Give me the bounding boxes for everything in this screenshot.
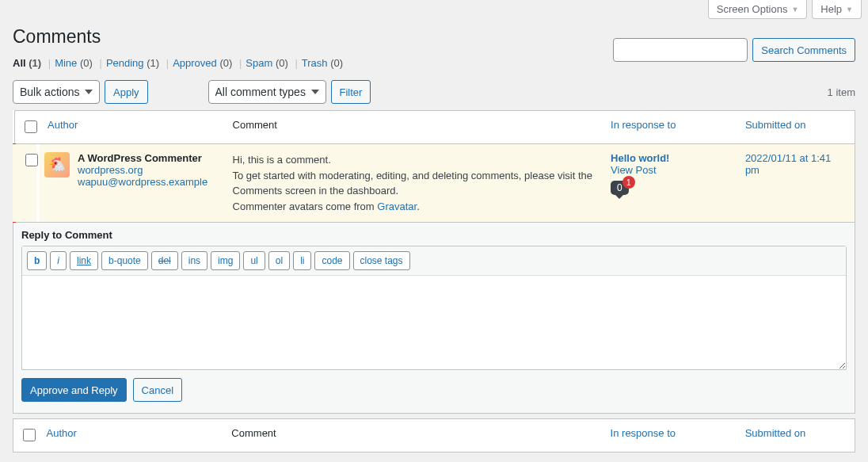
search-input[interactable] <box>613 38 748 62</box>
comment-author-site[interactable]: wordpress.org <box>78 164 143 176</box>
col-date-bottom[interactable]: Submitted on <box>745 427 806 439</box>
col-author-bottom[interactable]: Author <box>47 427 77 439</box>
items-count: 1 item <box>828 86 855 98</box>
screen-options-label: Screen Options <box>717 3 788 15</box>
search-button[interactable]: Search Comments <box>752 38 855 62</box>
qt-close-tags[interactable]: close tags <box>353 251 410 270</box>
bulk-actions-select[interactable]: Bulk actions <box>13 80 100 104</box>
response-post-link[interactable]: Hello world! <box>611 152 669 164</box>
in-response-to: Hello world! View Post 0 1 <box>603 144 737 223</box>
search-box: Search Comments <box>613 38 855 62</box>
help-button[interactable]: Help ▼ <box>812 0 862 19</box>
comment-type-select[interactable]: All comment types <box>208 80 326 104</box>
row-checkbox[interactable] <box>25 154 38 166</box>
filter-trash[interactable]: Trash (0) <box>302 57 343 69</box>
apply-button[interactable]: Apply <box>105 80 148 104</box>
col-comment-bottom: Comment <box>223 419 602 452</box>
qt-link[interactable]: link <box>70 251 98 270</box>
view-post-link[interactable]: View Post <box>611 164 657 176</box>
comments-table-footer: Author Comment In response to Submitted … <box>13 418 855 452</box>
submitted-on: 2022/01/11 at 1:41 pm <box>737 144 855 223</box>
select-all-checkbox-bottom[interactable] <box>23 429 36 441</box>
filter-approved[interactable]: Approved (0) <box>173 57 232 69</box>
qt-img[interactable]: img <box>211 251 240 270</box>
filter-button[interactable]: Filter <box>331 80 371 104</box>
qt-ol[interactable]: ol <box>268 251 290 270</box>
comment-count-bubble[interactable]: 0 1 <box>611 181 629 195</box>
select-all-checkbox[interactable] <box>25 120 37 133</box>
qt-li[interactable]: li <box>293 251 311 270</box>
select-all-header <box>14 111 40 144</box>
filter-all[interactable]: All (1) <box>13 57 41 69</box>
filter-spam[interactable]: Spam (0) <box>246 57 287 69</box>
qt-bquote[interactable]: b-quote <box>101 251 148 270</box>
approve-and-reply-button[interactable]: Approve and Reply <box>21 378 127 402</box>
filter-mine[interactable]: Mine (0) <box>55 57 93 69</box>
avatar: 🐔 <box>44 152 70 178</box>
comment-content: Hi, this is a comment. To get started wi… <box>225 144 603 223</box>
col-comment: Comment <box>225 111 603 144</box>
qt-code[interactable]: code <box>314 251 349 270</box>
filter-pending[interactable]: Pending (1) <box>106 57 159 69</box>
qt-italic[interactable]: i <box>50 251 67 270</box>
gravatar-link[interactable]: Gravatar <box>377 200 417 212</box>
reply-textarea[interactable] <box>22 276 846 369</box>
qt-ul[interactable]: ul <box>243 251 265 270</box>
col-response: In response to <box>603 111 737 144</box>
reply-panel: Reply to Comment b i link b-quote del in… <box>13 223 855 414</box>
chevron-down-icon: ▼ <box>846 6 853 13</box>
qt-del[interactable]: del <box>151 251 178 270</box>
cancel-reply-button[interactable]: Cancel <box>133 378 182 402</box>
reply-heading: Reply to Comment <box>21 229 847 241</box>
help-label: Help <box>820 3 842 15</box>
reply-editor: b i link b-quote del ins img ul ol li co… <box>21 246 847 370</box>
comment-author-email[interactable]: wapuu@wordpress.example <box>78 176 207 188</box>
pending-badge: 1 <box>622 176 635 189</box>
comment-date-link[interactable]: 2022/01/11 at 1:41 pm <box>745 152 831 176</box>
quicktags-toolbar: b i link b-quote del ins img ul ol li co… <box>22 246 846 276</box>
tablenav-top: Bulk actions Apply All comment types Fil… <box>13 78 855 105</box>
col-response-bottom[interactable]: In response to <box>611 427 676 439</box>
qt-ins[interactable]: ins <box>181 251 207 270</box>
col-date: Submitted on <box>737 111 855 144</box>
chevron-down-icon: ▼ <box>791 6 798 13</box>
col-author: Author <box>40 111 225 144</box>
comment-author-name: A WordPress Commenter <box>78 152 202 164</box>
comment-row: 🐔 A WordPress Commenter wordpress.org wa… <box>14 144 855 223</box>
qt-bold[interactable]: b <box>27 251 47 270</box>
comments-table: Author Comment In response to Submitted … <box>13 110 855 223</box>
screen-options-button[interactable]: Screen Options ▼ <box>708 0 808 19</box>
